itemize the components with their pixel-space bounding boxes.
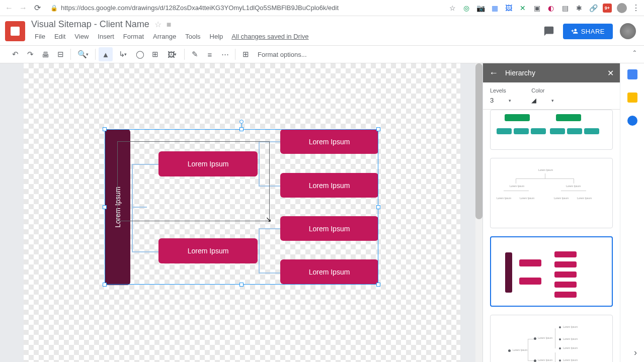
- resize-handle-mr[interactable]: [376, 205, 380, 209]
- levels-label: Levels: [490, 87, 511, 94]
- template-card[interactable]: Lorem Ipsum Lorem Ipsum Lorem Ipsum Lore…: [490, 158, 613, 228]
- browser-menu-icon[interactable]: ⋮: [632, 3, 640, 13]
- panel-header: ← Hierarchy ✕: [483, 63, 620, 82]
- redo-button[interactable]: ↷: [23, 47, 37, 61]
- canvas-gutter: [0, 63, 24, 362]
- menu-bar: File Edit View Insert Format Arrange Too…: [31, 32, 542, 41]
- line-tool[interactable]: ↳▾: [114, 47, 132, 61]
- format-options-button[interactable]: Format options...: [258, 51, 307, 58]
- tasks-icon[interactable]: [627, 116, 637, 126]
- resize-handle-br[interactable]: [376, 283, 380, 287]
- more-button[interactable]: ⊞: [238, 47, 253, 61]
- menu-arrange[interactable]: Arrange: [149, 32, 180, 41]
- toolbar: ↶ ↷ 🖶 ⊟ 🔍▾ ▲ ↳▾ ◯ ⊞ 🖼▾ ✎ ≡ ⋯ ⊞ Format op…: [0, 45, 644, 63]
- menu-insert[interactable]: Insert: [94, 32, 118, 41]
- color-select[interactable]: ◢ ▾: [531, 96, 554, 104]
- menu-help[interactable]: Help: [206, 32, 227, 41]
- document-title[interactable]: Visual Sitemap - Client Name: [31, 19, 149, 30]
- menu-format[interactable]: Format: [120, 32, 147, 41]
- browser-extensions: ☆ ◎ 📷 ▦ 🖼 ✕ ▣ ◐ ▤ ✱ 🔗 9+ ⋮: [448, 3, 640, 13]
- paint-format-button[interactable]: ⊟: [53, 47, 67, 61]
- forward-button[interactable]: →: [18, 3, 28, 13]
- template-card[interactable]: Lorem Ipsum Lorem Ipsum Lorem Ipsum Lore…: [490, 315, 613, 362]
- ext-icon[interactable]: 📷: [476, 4, 485, 13]
- resize-handle-ml[interactable]: [103, 205, 107, 209]
- addons-sidebar: [620, 63, 644, 362]
- calendar-icon[interactable]: [627, 69, 637, 79]
- lock-icon: 🔒: [50, 5, 58, 12]
- keep-icon[interactable]: [627, 93, 637, 103]
- reload-button[interactable]: ⟳: [32, 3, 42, 13]
- color-label: Color: [531, 87, 554, 94]
- templates-list[interactable]: Lorem Ipsum Lorem Ipsum Lorem Ipsum Lore…: [483, 110, 620, 362]
- panel-controls: Levels 3 ▾ Color ◢ ▾: [483, 82, 620, 110]
- undo-button[interactable]: ↶: [8, 47, 22, 61]
- ext-icon[interactable]: 🖼: [504, 4, 513, 13]
- hierarchy-panel: ← Hierarchy ✕ Levels 3 ▾ Color ◢ ▾: [482, 63, 620, 362]
- ext-icon[interactable]: 🔗: [589, 4, 598, 13]
- canvas-scrollbar[interactable]: [475, 63, 482, 362]
- star-icon[interactable]: ☆: [154, 20, 162, 29]
- textbox-tool[interactable]: ⊞: [148, 47, 162, 61]
- drawings-logo[interactable]: [5, 21, 25, 41]
- menu-view[interactable]: View: [71, 32, 92, 41]
- ext-icon[interactable]: ▣: [532, 4, 541, 13]
- share-button[interactable]: SHARE: [563, 24, 613, 39]
- canvas[interactable]: Lorem Ipsum Lorem Ipsum Lorem Ipsum Lore…: [24, 63, 460, 362]
- browser-chrome: ← → ⟳ 🔒 https://docs.google.com/drawings…: [0, 0, 644, 16]
- zoom-button[interactable]: 🔍▾: [74, 47, 92, 61]
- template-card-selected[interactable]: [490, 236, 613, 307]
- url-text: https://docs.google.com/drawings/d/128Zo…: [61, 4, 339, 12]
- notification-badge[interactable]: 9+: [603, 4, 612, 13]
- share-person-icon: [571, 28, 578, 35]
- panel-close-icon[interactable]: ✕: [607, 68, 614, 78]
- ext-icon[interactable]: ✕: [518, 4, 527, 13]
- share-label: SHARE: [581, 28, 605, 35]
- panel-back-icon[interactable]: ←: [489, 68, 498, 78]
- resize-handle-tr[interactable]: [376, 127, 380, 131]
- resize-handle-bl[interactable]: [103, 283, 107, 287]
- levels-select[interactable]: 3 ▾: [490, 96, 511, 104]
- collapse-toolbar-icon[interactable]: ˆ: [633, 50, 636, 59]
- levels-value: 3: [490, 97, 494, 104]
- menu-file[interactable]: File: [31, 32, 49, 41]
- star-icon[interactable]: ☆: [448, 4, 457, 13]
- border-color-button[interactable]: ✎: [188, 47, 202, 61]
- user-avatar[interactable]: [620, 23, 636, 39]
- chevron-down-icon: ▾: [509, 98, 511, 103]
- paint-bucket-icon: ◢: [531, 97, 536, 104]
- image-tool[interactable]: 🖼▾: [163, 47, 181, 61]
- ext-icon[interactable]: ✱: [575, 4, 584, 13]
- sidebar-collapse-icon[interactable]: ›: [634, 347, 637, 358]
- address-bar[interactable]: 🔒 https://docs.google.com/drawings/d/128…: [46, 4, 444, 12]
- ext-icon[interactable]: ▤: [560, 4, 570, 13]
- resize-handle-tl[interactable]: [103, 127, 107, 131]
- border-dash-button[interactable]: ⋯: [218, 47, 232, 61]
- profile-avatar[interactable]: [617, 3, 627, 13]
- chevron-down-icon: ▾: [551, 98, 554, 103]
- back-button[interactable]: ←: [4, 3, 14, 13]
- resize-handle-mb[interactable]: [239, 283, 244, 287]
- ext-icon[interactable]: ◐: [546, 4, 555, 13]
- resize-handle-mt[interactable]: [239, 127, 244, 131]
- folder-icon[interactable]: ■: [167, 20, 172, 29]
- ext-icon[interactable]: ▦: [490, 4, 499, 13]
- select-tool[interactable]: ▲: [99, 47, 113, 61]
- ext-icon[interactable]: ◎: [462, 4, 471, 13]
- print-button[interactable]: 🖶: [38, 47, 52, 61]
- template-card[interactable]: [490, 110, 613, 150]
- comments-icon[interactable]: [542, 24, 556, 38]
- shape-tool[interactable]: ◯: [133, 47, 147, 61]
- menu-tools[interactable]: Tools: [182, 32, 204, 41]
- rotate-handle[interactable]: [239, 120, 244, 124]
- panel-title: Hierarchy: [505, 69, 535, 77]
- menu-edit[interactable]: Edit: [51, 32, 69, 41]
- main-area: Lorem Ipsum Lorem Ipsum Lorem Ipsum Lore…: [0, 63, 644, 362]
- app-header: Visual Sitemap - Client Name ☆ ■ File Ed…: [0, 16, 644, 45]
- drag-cursor-icon: ↘: [266, 215, 272, 223]
- canvas-container: Lorem Ipsum Lorem Ipsum Lorem Ipsum Lore…: [0, 63, 482, 362]
- save-status[interactable]: All changes saved in Drive: [231, 32, 308, 41]
- border-weight-button[interactable]: ≡: [203, 47, 217, 61]
- drag-preview: [117, 141, 270, 221]
